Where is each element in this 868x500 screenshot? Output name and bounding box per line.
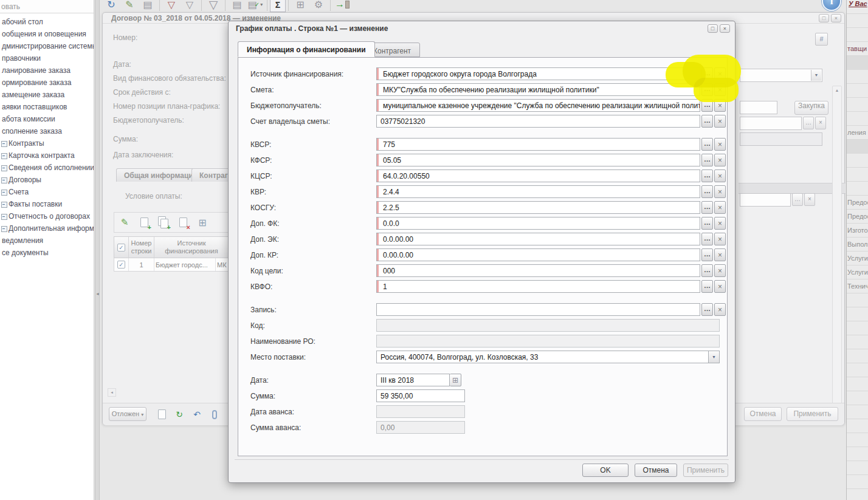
sidebar-filter-input[interactable]: овать [0, 0, 94, 13]
tab-funding-info[interactable]: Информация о финансировании [238, 41, 375, 57]
lookup-icon[interactable]: … [803, 117, 814, 129]
dop-ek-field[interactable]: 0.0.00.00 [376, 233, 700, 245]
recipient-field[interactable]: муниципальное казенное учреждение "Служб… [376, 99, 700, 112]
calendar-icon[interactable]: ⊞ [450, 374, 461, 386]
clear-icon[interactable]: × [714, 233, 726, 245]
filter-icon[interactable]: ▽ [181, 0, 199, 13]
sidebar-item-supplier-requests[interactable]: аявки поставщиков [0, 101, 94, 113]
sidebar-item-commission[interactable]: абота комиссии [0, 113, 94, 125]
clear-icon[interactable]: × [714, 217, 726, 230]
lookup-icon[interactable]: … [701, 264, 713, 277]
lookup-icon[interactable]: … [701, 170, 713, 182]
clear-icon[interactable]: × [714, 99, 726, 112]
kod-celi-field[interactable]: 000 [376, 264, 700, 277]
delivery-place-combo[interactable]: Россия, 400074, Волгоград, ул. Козловска… [376, 351, 720, 363]
status-button[interactable]: Отложен ▾ [109, 407, 146, 421]
printer-icon[interactable]: ▤ [228, 0, 246, 13]
kfsr-field[interactable]: 05.05 [376, 154, 700, 166]
maximize-icon[interactable]: □ [708, 24, 718, 33]
lookup-field[interactable] [740, 193, 791, 207]
lookup-icon[interactable]: … [792, 193, 803, 206]
edit-row-icon[interactable]: ✎ [117, 214, 133, 230]
sidebar-item-contracts[interactable]: Контракты [0, 137, 94, 149]
payment-grid-row[interactable]: ✓ 1 Бюджет городс... МК [114, 258, 230, 272]
smeta-field[interactable]: МКУ"Служба по обеспечению реализации жил… [376, 83, 700, 96]
sidebar-item-reporting[interactable]: Отчетность о договорах [0, 210, 94, 222]
lookup-icon[interactable]: … [701, 185, 713, 198]
maximize-icon[interactable]: □ [819, 14, 829, 22]
exit-icon[interactable]: → [333, 0, 351, 13]
apply-button-background[interactable]: Применить [787, 407, 838, 421]
kvfo-field[interactable]: 1 [376, 280, 700, 293]
clear-icon[interactable]: × [714, 185, 726, 198]
dop-fk-field[interactable]: 0.0.0 [376, 217, 700, 230]
cancel-button[interactable]: Отмена [635, 464, 677, 477]
sidebar-item-dogovory[interactable]: Договоры [0, 174, 94, 186]
chevron-down-icon[interactable]: ▼ [811, 70, 821, 81]
ok-button[interactable]: OK [582, 464, 629, 477]
print-icon[interactable]: ▤ [139, 0, 157, 13]
filter-clear-icon[interactable]: ▽ [162, 0, 181, 13]
clear-icon[interactable]: × [714, 138, 726, 151]
sidebar-item-order-forming[interactable]: ормирование заказа [0, 77, 94, 89]
clear-icon[interactable]: × [714, 154, 726, 166]
clear-icon[interactable]: × [714, 115, 726, 128]
row-checkbox-cell[interactable]: ✓ [114, 258, 129, 271]
kcsr-field[interactable]: 64.0.20.00550 [376, 170, 700, 182]
clear-icon[interactable]: × [714, 201, 726, 214]
sidebar-item-delivery-facts[interactable]: Факты поставки [0, 198, 94, 210]
clear-icon[interactable]: × [714, 83, 726, 96]
print-check-icon[interactable]: ▤✓▾ [246, 0, 264, 13]
sidebar-item-administration[interactable]: дминистрирование системы [0, 40, 94, 52]
scroll-left-icon[interactable]: ◂ [108, 388, 116, 397]
grid-search-icon[interactable]: ⊞ [291, 0, 309, 13]
cancel-button-background[interactable]: Отмена [744, 407, 782, 421]
lookup-icon[interactable]: … [701, 303, 713, 316]
text-field[interactable] [740, 101, 777, 114]
refresh-green-icon[interactable]: ↻ [172, 407, 187, 422]
sidebar-item-notifications[interactable]: ведомления [0, 235, 94, 247]
checkbox-checked-icon[interactable]: ✓ [117, 244, 125, 252]
clear-icon[interactable]: × [714, 67, 726, 80]
lookup-icon[interactable]: … [701, 217, 713, 230]
close-icon[interactable]: × [720, 24, 730, 33]
undo-icon[interactable]: ↶ [190, 407, 204, 422]
scroll-up-icon[interactable]: ▲ [833, 86, 841, 92]
lookup-icon[interactable]: … [701, 99, 713, 112]
clear-icon[interactable]: × [815, 117, 826, 129]
attachment-icon[interactable] [207, 407, 222, 422]
lookup-icon[interactable]: … [701, 67, 713, 80]
lookup-icon[interactable]: … [701, 280, 713, 293]
info-icon[interactable]: i [822, 0, 841, 11]
number-template-button[interactable]: # [815, 33, 828, 46]
checkbox-checked-icon[interactable]: ✓ [117, 261, 125, 269]
sidebar-item-desktop[interactable]: абочий стол [0, 16, 94, 28]
sidebar-item-accounts[interactable]: Счета [0, 186, 94, 198]
lookup-icon[interactable]: … [701, 201, 713, 214]
lookup-icon[interactable]: … [701, 248, 713, 261]
date-field[interactable]: III кв 2018 [376, 374, 450, 386]
sidebar-splitter[interactable]: ◄ [95, 0, 100, 500]
combo-field[interactable]: ▼ [740, 69, 822, 82]
chevron-down-icon[interactable]: ▼ [708, 351, 719, 363]
refresh-icon[interactable]: ↻ [102, 0, 120, 13]
clear-icon[interactable]: × [714, 264, 726, 277]
dop-kr-field[interactable]: 0.00.0.00 [376, 248, 700, 261]
user-messages-link[interactable]: У Вас [849, 0, 867, 7]
clear-icon[interactable]: × [804, 193, 815, 206]
delete-row-icon[interactable]: × [175, 214, 191, 230]
sum-icon[interactable]: Σ [270, 0, 286, 12]
sidebar-item-additional-info[interactable]: Дополнительная информаци [0, 222, 94, 235]
kvr-field[interactable]: 2.4.4 [376, 185, 700, 198]
document-icon[interactable] [154, 407, 169, 422]
col-row-number[interactable]: Номер строки [129, 237, 154, 258]
header-checkbox-cell[interactable]: ✓ [114, 237, 129, 258]
gear-icon[interactable]: ⚙ [309, 0, 328, 13]
col-funding-source[interactable]: Источник финансирования [154, 237, 229, 258]
lookup-icon[interactable]: … [701, 83, 713, 96]
lookup-icon[interactable]: … [701, 154, 713, 166]
lookup-field[interactable] [740, 117, 802, 130]
kosgu-field[interactable]: 2.2.5 [376, 201, 700, 214]
clear-icon[interactable]: × [714, 170, 726, 182]
columns-icon[interactable]: ⊞ [195, 214, 210, 230]
